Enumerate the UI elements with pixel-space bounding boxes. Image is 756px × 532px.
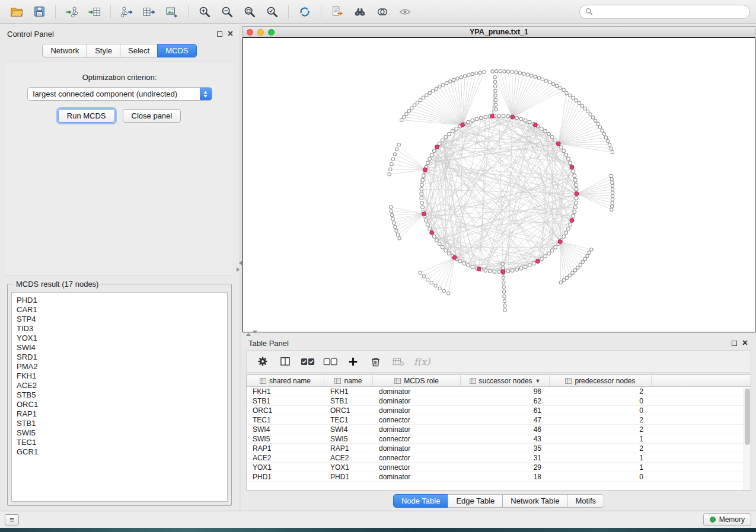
merge-networks-button[interactable] <box>372 3 393 21</box>
expand-right-icon[interactable] <box>237 267 242 272</box>
select-all-columns-button[interactable] <box>298 352 318 370</box>
export-image-button[interactable] <box>161 3 183 21</box>
table-cell: SWI5 <box>247 435 324 443</box>
share-network-button[interactable] <box>327 3 348 21</box>
table-row[interactable]: ORC1ORC1dominator610 <box>247 406 751 415</box>
window-minimize-button[interactable] <box>257 29 264 36</box>
function-builder-button[interactable]: f(x) <box>410 356 430 367</box>
tab-network[interactable]: Network <box>42 44 87 57</box>
table-row[interactable]: TEC1TEC1connector472 <box>247 415 751 425</box>
table-row[interactable]: RAP1RAP1dominator352 <box>247 444 751 453</box>
memory-button[interactable]: Memory <box>703 513 751 526</box>
column-header-shared-name[interactable]: shared name <box>247 375 324 386</box>
result-node-item[interactable]: ORC1 <box>17 400 222 409</box>
sort-arrow-icon: ▼ <box>535 378 541 384</box>
column-header-predecessor-nodes[interactable]: predecessor nodes <box>550 375 652 386</box>
window-maximize-button[interactable] <box>268 29 275 36</box>
result-node-item[interactable]: STB1 <box>17 419 222 428</box>
panel-splitter-horizontal[interactable] <box>241 332 756 335</box>
desktop-wallpaper-strip <box>0 528 756 532</box>
import-network-button[interactable] <box>61 3 82 21</box>
result-node-item[interactable]: STP4 <box>17 315 222 324</box>
close-panel-button[interactable]: Close panel <box>123 109 181 123</box>
table-cell: dominator <box>373 444 461 453</box>
collapse-left-icon[interactable] <box>237 261 242 265</box>
table-row[interactable]: STB1STB1dominator620 <box>247 396 751 406</box>
result-node-item[interactable]: PHD1 <box>17 296 222 305</box>
show-columns-button[interactable] <box>275 352 295 370</box>
result-node-item[interactable]: GCR1 <box>17 447 222 457</box>
float-panel-icon[interactable] <box>732 341 737 346</box>
find-first-neighbors-button[interactable] <box>349 3 371 21</box>
zoom-selected-button[interactable] <box>261 3 283 21</box>
result-node-item[interactable]: SRD1 <box>17 352 222 362</box>
zoom-fit-button[interactable] <box>239 3 260 21</box>
table-row[interactable]: YOX1YOX1connector291 <box>247 463 751 472</box>
result-node-item[interactable]: FKH1 <box>17 371 222 381</box>
table-cell: 61 <box>461 406 550 415</box>
optimization-criterion-select[interactable]: largest connected component (undirected) <box>27 87 212 101</box>
table-settings-button[interactable] <box>253 352 273 370</box>
tab-network-table[interactable]: Network Table <box>502 494 567 508</box>
table-row[interactable]: FKH1FKH1dominator962 <box>247 387 751 396</box>
panel-splitter-vertical[interactable] <box>239 24 241 511</box>
table-cell: 1 <box>550 454 652 462</box>
import-table-button[interactable] <box>84 3 105 21</box>
network-view-titlebar[interactable]: YPA_prune.txt_1 <box>243 26 755 37</box>
create-column-button[interactable] <box>343 352 363 370</box>
delete-table-button[interactable] <box>388 352 408 370</box>
result-node-item[interactable]: TID3 <box>17 324 222 334</box>
result-node-item[interactable]: SWI4 <box>17 343 222 352</box>
tab-node-table[interactable]: Node Table <box>393 494 449 508</box>
zoom-in-button[interactable] <box>194 3 215 21</box>
save-session-button[interactable] <box>28 3 50 21</box>
tab-mcds[interactable]: MCDS <box>157 44 196 57</box>
close-panel-icon[interactable]: × <box>742 339 748 347</box>
result-node-item[interactable]: ACE2 <box>17 381 222 390</box>
export-network-button[interactable] <box>116 3 138 21</box>
scrollbar-thumb[interactable] <box>745 389 750 445</box>
float-panel-icon[interactable] <box>217 31 222 37</box>
table-row[interactable]: PHD1PHD1dominator180 <box>247 472 751 482</box>
table-cell: TEC1 <box>247 416 324 424</box>
import-table-icon <box>88 5 101 18</box>
tab-edge-table[interactable]: Edge Table <box>448 494 503 508</box>
expand-up-icon[interactable] <box>246 331 251 336</box>
open-session-button[interactable] <box>6 3 27 21</box>
network-canvas[interactable] <box>243 37 755 332</box>
tab-motifs[interactable]: Motifs <box>567 494 604 508</box>
export-table-button[interactable] <box>139 3 160 21</box>
table-cell: 62 <box>461 397 550 405</box>
close-panel-icon[interactable]: × <box>228 30 233 37</box>
show-graphics-details-button[interactable] <box>394 3 416 21</box>
panels-menu-button[interactable]: ≡ <box>5 514 19 525</box>
table-row[interactable]: ACE2ACE2connector311 <box>247 453 751 463</box>
table-cell: FKH1 <box>247 387 324 396</box>
column-header-MCDS-role[interactable]: MCDS role <box>373 375 461 386</box>
delete-column-button[interactable] <box>365 352 385 370</box>
result-node-item[interactable]: YOX1 <box>17 334 222 343</box>
table-scrollbar[interactable] <box>744 387 751 490</box>
window-close-button[interactable] <box>247 29 253 36</box>
result-node-item[interactable]: SWI5 <box>17 428 222 438</box>
collapse-down-icon[interactable] <box>253 331 257 336</box>
column-header-name[interactable]: name <box>324 375 373 386</box>
table-row[interactable]: SWI4SWI4dominator462 <box>247 425 751 434</box>
run-mcds-button[interactable]: Run MCDS <box>58 109 115 123</box>
zoom-out-button[interactable] <box>216 3 238 21</box>
control-panel: Control Panel × NetworkStyleSelectMCDS O… <box>0 24 239 511</box>
result-node-item[interactable]: CAR1 <box>17 305 222 315</box>
column-header-successor-nodes[interactable]: successor nodes▼ <box>461 375 550 386</box>
result-node-item[interactable]: RAP1 <box>17 409 222 419</box>
network-search-field[interactable] <box>579 5 750 19</box>
tab-select[interactable]: Select <box>120 44 158 57</box>
result-node-item[interactable]: STB5 <box>17 390 222 400</box>
search-input[interactable] <box>596 8 744 16</box>
result-node-item[interactable]: TEC1 <box>17 438 222 447</box>
unselect-all-columns-button[interactable] <box>320 352 340 370</box>
refresh-view-button[interactable] <box>294 3 315 21</box>
table-row[interactable]: SWI5SWI5connector431 <box>247 434 751 444</box>
network-graph[interactable] <box>243 38 755 332</box>
result-node-item[interactable]: PMA2 <box>17 362 222 371</box>
tab-style[interactable]: Style <box>87 44 120 57</box>
